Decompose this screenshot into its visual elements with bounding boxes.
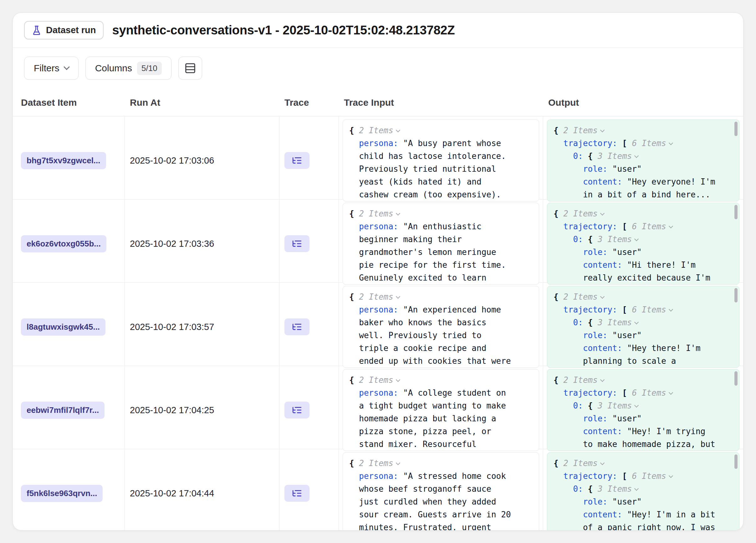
chevron-down-icon [634,486,639,491]
scrollbar-thumb[interactable] [734,454,738,469]
collapse-toggle[interactable]: 3 Items [598,401,632,410]
scrollbar-thumb[interactable] [734,122,738,136]
dataset-item-link[interactable]: ek6oz6vtoxg055b... [21,235,106,253]
collapse-toggle[interactable]: 2 Items [359,292,393,301]
open-brace: { [588,401,593,410]
json-key: role: [583,497,607,506]
output-json-viewer[interactable]: { 2 Items trajectory: [ 6 Items 0: { 3 I… [547,203,739,284]
collapse-toggle[interactable]: 3 Items [598,235,632,244]
chevron-down-icon [634,403,639,407]
open-brace: { [349,126,354,135]
scrollbar-thumb[interactable] [734,288,738,302]
collapse-toggle[interactable]: 2 Items [359,375,393,385]
json-content: { 2 Items persona: "A stressed home cook… [349,457,513,530]
collapse-toggle[interactable]: 2 Items [563,458,598,468]
scrollbar-thumb[interactable] [734,371,738,386]
json-string-value: "user" [612,414,642,423]
trace-button[interactable] [284,485,309,502]
json-key: role: [583,414,607,423]
trace-button[interactable] [284,318,309,335]
run-at-cell: 2025-10-02 17:04:25 [125,366,279,454]
list-tree-icon [292,488,302,499]
chevron-down-icon [600,377,605,382]
json-key: role: [583,330,607,340]
json-key: persona: [359,139,398,148]
trace-button[interactable] [284,235,309,252]
open-bracket: [ [622,139,627,148]
json-kv: content: "Hey! I'm trying to make homema… [554,425,718,451]
dataset-item-link[interactable]: eebwi7mfil7lqlf7r... [21,402,105,419]
open-brace: { [588,318,593,327]
collapse-toggle[interactable]: 2 Items [563,292,598,301]
list-tree-icon [292,405,302,415]
json-key: content: [583,177,622,187]
table-row: ek6oz6vtoxg055b... 2025-10-02 17:03:36 {… [13,200,743,283]
collapse-toggle[interactable]: 6 Items [632,388,666,397]
list-tree-icon [292,155,302,166]
collapse-toggle[interactable]: 2 Items [359,209,393,218]
json-kv: persona: "An experienced home baker who … [349,303,513,367]
table-row: f5nk6lse963qrvn... 2025-10-02 17:04:44 {… [13,449,743,530]
filters-button[interactable]: Filters [24,57,79,80]
run-at-value: 2025-10-02 17:03:36 [130,239,214,249]
dataset-item-cell: f5nk6lse963qrvn... [13,449,125,530]
dataset-run-badge: Dataset run [24,21,104,39]
trace-input-json-viewer[interactable]: { 2 Items persona: "A stressed home cook… [343,452,539,530]
collapse-toggle[interactable]: 6 Items [632,139,666,148]
collapse-toggle[interactable]: 2 Items [563,209,598,218]
json-content: { 2 Items persona: "A busy parent whose … [349,124,513,201]
output-json-viewer[interactable]: { 2 Items trajectory: [ 6 Items 0: { 3 I… [547,369,739,451]
run-at-cell: 2025-10-02 17:04:44 [125,449,279,530]
trace-input-json-viewer[interactable]: { 2 Items persona: "A busy parent whose … [343,120,539,202]
json-key: persona: [359,471,398,481]
trace-input-cell: { 2 Items persona: "A college student on… [339,366,543,454]
collapse-toggle[interactable]: 3 Items [598,318,632,327]
collapse-toggle[interactable]: 6 Items [632,471,666,481]
output-cell: { 2 Items trajectory: [ 6 Items 0: { 3 I… [543,283,743,371]
collapse-toggle[interactable]: 2 Items [359,458,393,468]
collapse-toggle[interactable]: 6 Items [632,305,666,314]
output-json-viewer[interactable]: { 2 Items trajectory: [ 6 Items 0: { 3 I… [547,286,739,368]
collapse-toggle[interactable]: 2 Items [563,126,598,135]
open-brace: { [554,375,559,385]
json-kv: persona: "An enthusiastic beginner makin… [349,220,513,284]
open-brace: { [349,375,354,385]
trace-cell [279,449,339,530]
json-kv: content: "Hey! I'm in a bit of a panic r… [554,508,718,530]
json-key: persona: [359,222,398,231]
run-at-value: 2025-10-02 17:03:57 [130,322,214,332]
trace-input-json-viewer[interactable]: { 2 Items persona: "An experienced home … [343,286,539,368]
json-key: trajectory: [563,471,617,481]
output-json-viewer[interactable]: { 2 Items trajectory: [ 6 Items 0: { 3 I… [547,452,739,530]
collapse-toggle[interactable]: 6 Items [632,222,666,231]
json-key: 0: [573,401,583,410]
json-string-value: "user" [612,330,642,340]
open-brace: { [588,484,593,494]
chevron-down-icon [600,128,605,132]
dataset-run-card: Dataset run synthetic-conversations-v1 -… [13,13,743,530]
scrollbar-thumb[interactable] [734,205,738,219]
collapse-toggle[interactable]: 3 Items [598,151,632,161]
trace-input-json-viewer[interactable]: { 2 Items persona: "An enthusiastic begi… [343,203,539,284]
output-json-viewer[interactable]: { 2 Items trajectory: [ 6 Items 0: { 3 I… [547,120,739,202]
json-kv: content: "Hey there! I'm planning to sca… [554,342,718,367]
collapse-toggle[interactable]: 2 Items [359,126,393,135]
table-row: eebwi7mfil7lqlf7r... 2025-10-02 17:04:25… [13,366,743,449]
dataset-item-link[interactable]: f5nk6lse963qrvn... [21,485,103,502]
column-header-run-at: Run At [125,89,279,116]
columns-label: Columns [95,63,132,74]
run-at-value: 2025-10-02 17:04:25 [130,405,214,415]
collapse-toggle[interactable]: 3 Items [598,484,632,494]
columns-button[interactable]: Columns 5/10 [85,57,171,80]
open-brace: { [588,151,593,161]
trace-button[interactable] [284,402,309,418]
column-header-trace-input: Trace Input [339,89,543,116]
collapse-toggle[interactable]: 2 Items [563,375,598,385]
trace-button[interactable] [284,152,309,169]
trace-input-json-viewer[interactable]: { 2 Items persona: "A college student on… [343,369,539,451]
dataset-item-link[interactable]: l8agtuwxisgwk45... [21,318,105,335]
row-height-button[interactable] [178,57,202,80]
output-cell: { 2 Items trajectory: [ 6 Items 0: { 3 I… [543,366,743,454]
dataset-item-link[interactable]: bhg7t5xv9zgwcel... [21,152,106,169]
chevron-down-icon [396,377,400,382]
